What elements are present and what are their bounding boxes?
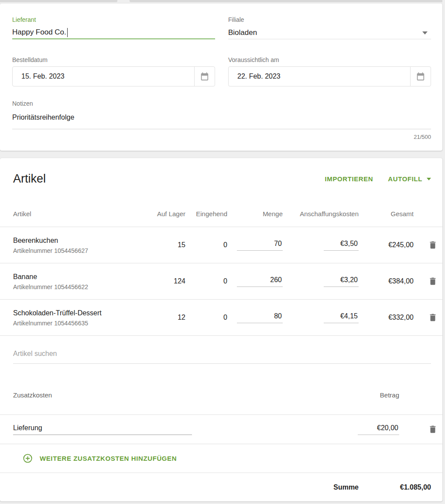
branch-field[interactable]: Filiale Bioladen [228,16,431,39]
articles-card: Artikel IMPORTIEREN AUTOFILL Artikel Auf… [0,158,442,501]
col-total: Gesamt [359,210,414,217]
article-name: Beerenkuchen [13,236,146,245]
col-incoming: Eingehend [185,210,227,217]
additional-cost-name-input[interactable] [13,424,192,435]
row-total: €384,00 [359,277,414,285]
import-button-label: IMPORTIEREN [325,175,373,183]
expected-date-field: Voraussichtlich am 22. Feb. 2023 [228,56,431,86]
quantity-input[interactable] [237,240,283,251]
notes-field: Notizen Prioritätsreihenfolge 21/500 [12,100,431,140]
sum-value: €1.085,00 [359,483,431,491]
add-additional-cost-button[interactable]: WEITERE ZUSATZKOSTEN HINZUFÜGEN [0,444,442,473]
expected-date-value: 22. Feb. 2023 [229,72,410,80]
quantity-input[interactable] [237,312,283,323]
incoming-value: 0 [185,314,227,321]
purchase-cost-input[interactable] [324,276,359,287]
expected-date-label: Voraussichtlich am [228,56,431,64]
delete-row-button[interactable] [428,276,438,287]
branch-value: Bioladen [228,28,257,37]
supplier-input[interactable]: Happy Food Co. [12,26,215,39]
article-sku: Artikelnummer 1054456635 [13,320,146,327]
order-date-picker-button[interactable] [194,67,215,86]
trash-icon [428,276,438,287]
quantity-input[interactable] [237,276,283,287]
article-sku: Artikelnummer 1054456622 [13,283,146,290]
calendar-icon [416,72,425,81]
trash-icon [428,424,438,435]
branch-label: Filiale [228,16,431,24]
articles-table-header: Artikel Auf Lager Eingehend Menge Anscha… [0,187,442,227]
trash-icon [428,240,438,250]
additional-costs-header: Zusatzkosten Betrag [0,375,442,415]
additional-cost-row [0,415,442,444]
col-purchase-cost: Anschaffungskosten [283,210,359,217]
autofill-button-label: AUTOFILL [388,175,422,183]
article-name: Schokoladen-Trüffel-Dessert [13,309,146,318]
incoming-value: 0 [185,277,227,285]
col-quantity: Menge [227,210,283,217]
articles-title: Artikel [13,170,46,187]
article-sku: Artikelnummer 1054456627 [13,247,146,254]
article-search-input[interactable] [13,344,431,364]
in-stock-value: 12 [146,314,185,321]
additional-cost-amount-input[interactable] [358,424,399,435]
supplier-label: Lieferant [12,16,215,24]
calendar-icon [200,72,209,81]
delete-additional-cost-button[interactable] [428,424,438,435]
text-caret [67,28,68,37]
article-search-block [0,336,442,375]
order-date-label: Bestelldatum [12,56,215,64]
order-details-card: Lieferant Happy Food Co. Filiale Biolade… [0,3,442,151]
col-additional-cost: Zusatzkosten [13,391,359,399]
order-date-input[interactable]: 15. Feb. 2023 [12,66,215,86]
table-row: Beerenkuchen Artikelnummer 1054456627 15… [0,227,442,263]
branch-select[interactable]: Bioladen [228,26,431,39]
purchase-cost-input[interactable] [324,312,359,323]
plus-circle-icon [23,453,33,463]
autofill-button[interactable]: AUTOFILL [388,175,431,183]
row-total: €245,00 [359,241,414,249]
delete-row-button[interactable] [428,240,438,250]
expected-date-picker-button[interactable] [410,67,431,86]
purchase-cost-input[interactable] [324,240,359,251]
row-total: €332,00 [359,314,414,321]
chevron-down-icon [422,31,428,35]
trash-icon [428,312,438,323]
incoming-value: 0 [185,241,227,249]
scrolled-card-edge-left [0,0,117,2]
table-row: Banane Artikelnummer 1054456622 124 0 €3… [0,263,442,300]
delete-row-button[interactable] [428,312,438,323]
order-date-value: 15. Feb. 2023 [13,72,194,80]
supplier-value: Happy Food Co. [12,28,66,37]
scrolled-card-edge-right [130,0,442,2]
expected-date-input[interactable]: 22. Feb. 2023 [228,66,431,86]
col-in-stock: Auf Lager [146,210,185,217]
in-stock-value: 15 [146,241,185,249]
col-article: Artikel [13,210,146,217]
notes-label: Notizen [12,100,431,107]
sum-label: Summe [333,483,359,491]
article-name: Banane [13,273,146,281]
chevron-down-icon [427,178,431,180]
in-stock-value: 124 [146,277,185,285]
order-date-field: Bestelldatum 15. Feb. 2023 [12,56,215,86]
card-gap [0,151,445,158]
scrolled-content-edge [0,0,445,2]
supplier-field[interactable]: Lieferant Happy Food Co. [12,16,215,39]
import-button[interactable]: IMPORTIEREN [325,175,373,183]
table-row: Schokoladen-Trüffel-Dessert Artikelnumme… [0,300,442,336]
col-amount: Betrag [359,391,399,399]
notes-input[interactable]: Prioritätsreihenfolge [12,110,431,129]
add-additional-cost-label: WEITERE ZUSATZKOSTEN HINZUFÜGEN [40,455,177,462]
notes-char-counter: 21/500 [12,134,431,140]
summary-row: Summe €1.085,00 [0,473,442,502]
